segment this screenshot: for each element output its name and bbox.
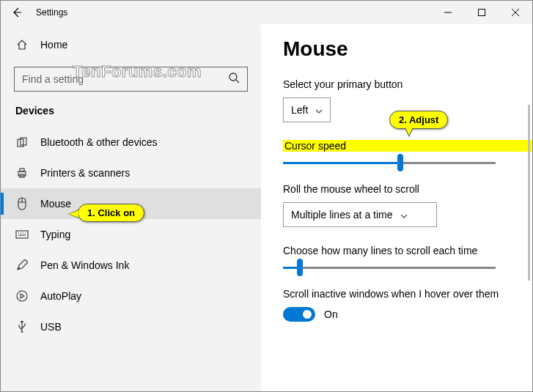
- window-title: Settings: [33, 7, 67, 18]
- keyboard-icon: [15, 230, 29, 239]
- annotation-callout-2: 2. Adjust: [389, 111, 448, 129]
- svg-rect-8: [16, 231, 28, 238]
- home-label: Home: [40, 39, 67, 51]
- sidebar-item-printers[interactable]: Printers & scanners: [1, 158, 261, 188]
- sidebar-item-usb[interactable]: USB: [1, 311, 261, 342]
- svg-point-9: [17, 291, 27, 301]
- home-icon: [15, 39, 29, 51]
- cursor-speed-slider[interactable]: [283, 162, 496, 164]
- home-nav[interactable]: Home: [1, 30, 261, 59]
- lines-to-scroll-slider[interactable]: [283, 267, 496, 269]
- chevron-down-icon: [315, 104, 323, 116]
- back-button[interactable]: [1, 1, 33, 24]
- scroll-inactive-label: Scroll inactive windows when I hover ove…: [283, 288, 532, 300]
- sidebar-item-autoplay[interactable]: AutoPlay: [1, 281, 261, 311]
- search-placeholder: Find a setting: [22, 73, 84, 85]
- bluetooth-devices-icon: [15, 136, 29, 148]
- search-input[interactable]: Find a setting: [14, 67, 248, 92]
- primary-button-label: Select your primary button: [283, 78, 532, 90]
- page-title: Mouse: [283, 37, 532, 61]
- scroll-mode-label: Roll the mouse wheel to scroll: [283, 183, 532, 195]
- mouse-icon: [15, 197, 29, 210]
- sidebar-item-pen[interactable]: Pen & Windows Ink: [1, 250, 261, 281]
- close-button[interactable]: [499, 1, 532, 24]
- scroll-inactive-toggle[interactable]: [283, 307, 315, 322]
- sidebar-item-label: Pen & Windows Ink: [40, 259, 129, 271]
- close-icon: [512, 9, 519, 16]
- svg-point-1: [229, 73, 237, 81]
- minimize-button[interactable]: [431, 1, 465, 24]
- minimize-icon: [444, 9, 452, 16]
- slider-thumb[interactable]: [397, 154, 403, 171]
- sidebar-item-label: Bluetooth & other devices: [40, 136, 158, 148]
- sidebar-item-typing[interactable]: Typing: [1, 219, 261, 250]
- pen-icon: [15, 259, 29, 271]
- dropdown-value: Multiple lines at a time: [291, 209, 393, 221]
- sidebar-item-label: AutoPlay: [40, 290, 81, 302]
- toggle-state-label: On: [324, 308, 338, 320]
- primary-button-dropdown[interactable]: Left: [283, 97, 331, 122]
- sidebar-item-bluetooth[interactable]: Bluetooth & other devices: [1, 127, 261, 158]
- main-panel: Mouse Select your primary button Left Cu…: [261, 24, 532, 391]
- section-header: Devices: [1, 105, 261, 117]
- autoplay-icon: [15, 290, 29, 302]
- maximize-icon: [478, 9, 485, 16]
- lines-to-scroll-label: Choose how many lines to scroll each tim…: [283, 245, 532, 256]
- svg-point-10: [21, 321, 23, 322]
- annotation-callout-1: 1. Click on: [78, 204, 144, 222]
- scroll-mode-dropdown[interactable]: Multiple lines at a time: [283, 202, 437, 227]
- sidebar-item-label: Printers & scanners: [40, 167, 130, 179]
- sidebar-item-label: Typing: [40, 229, 70, 240]
- title-bar: Settings: [1, 1, 532, 24]
- slider-thumb[interactable]: [297, 259, 303, 276]
- dropdown-value: Left: [291, 104, 308, 116]
- chevron-down-icon: [400, 209, 408, 221]
- svg-rect-5: [20, 169, 24, 171]
- arrow-left-icon: [12, 7, 22, 18]
- sidebar-item-label: USB: [40, 321, 62, 333]
- cursor-speed-label: Cursor speed: [283, 140, 532, 152]
- sidebar-item-label: Mouse: [40, 198, 71, 210]
- maximize-button[interactable]: [465, 1, 499, 24]
- toggle-knob: [303, 310, 312, 319]
- svg-rect-0: [479, 10, 485, 16]
- search-icon: [228, 72, 240, 86]
- printer-icon: [15, 167, 29, 179]
- scrollbar[interactable]: [528, 105, 530, 281]
- usb-icon: [15, 321, 29, 333]
